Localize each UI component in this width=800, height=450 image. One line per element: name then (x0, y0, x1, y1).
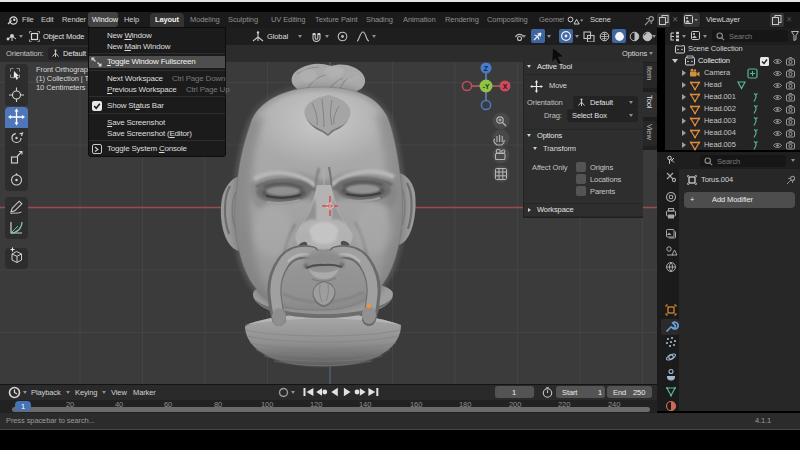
svg-text:-Y: -Y (483, 83, 490, 90)
svg-text:X: X (503, 83, 508, 90)
svg-text:Z: Z (484, 65, 489, 72)
